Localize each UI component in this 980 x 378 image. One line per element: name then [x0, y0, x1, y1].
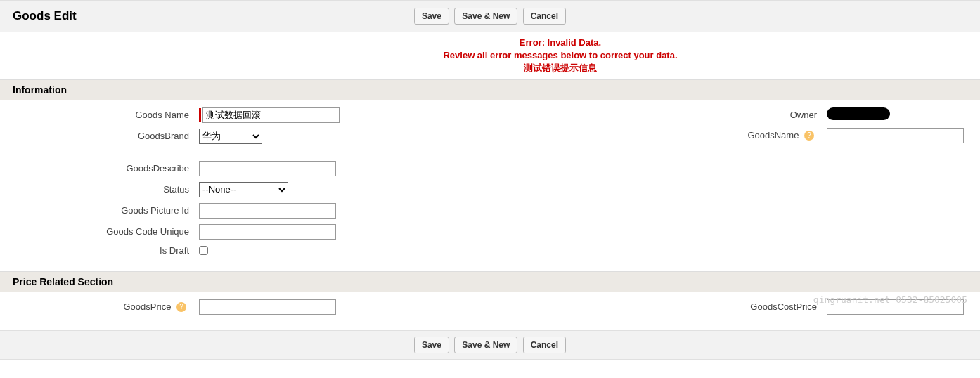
error-line-3: 测试错误提示信息 [141, 62, 980, 74]
label-is-draft: Is Draft [13, 245, 199, 256]
label-goods-picture-id: Goods Picture Id [13, 205, 199, 216]
price-section-body: GoodsPrice ? GoodsCostPrice [0, 292, 980, 330]
field-row-goods-cost-price: GoodsCostPrice [490, 299, 967, 315]
field-row-owner: Owner [490, 107, 967, 122]
label-goods-code-unique: Goods Code Unique [13, 226, 199, 237]
label-goods-name-right: GoodsName ? [490, 130, 827, 141]
field-row-is-draft: Is Draft [13, 245, 490, 256]
input-goods-price[interactable] [199, 299, 336, 315]
information-section-body: Goods Name GoodsBrand 华为 GoodsDescribe S… [0, 100, 980, 271]
save-new-button-bottom[interactable]: Save & New [454, 337, 517, 353]
section-header-information: Information [0, 79, 980, 100]
label-goods-name: Goods Name [13, 110, 199, 120]
field-row-goods-price: GoodsPrice ? [13, 299, 490, 315]
right-column: Owner GoodsName ? [490, 107, 967, 261]
input-goods-picture-id[interactable] [199, 203, 336, 219]
left-column: Goods Name GoodsBrand 华为 GoodsDescribe S… [13, 107, 490, 261]
error-line-1: Error: Invalid Data. [141, 37, 980, 49]
required-indicator [199, 108, 201, 122]
field-row-goods-brand: GoodsBrand 华为 [13, 129, 490, 144]
price-left-column: GoodsPrice ? [13, 299, 490, 320]
cancel-button[interactable]: Cancel [523, 8, 566, 25]
save-button-bottom[interactable]: Save [414, 337, 449, 353]
price-right-column: GoodsCostPrice [490, 299, 967, 320]
save-new-button[interactable]: Save & New [454, 8, 517, 25]
error-line-2: Review all error messages below to corre… [141, 49, 980, 62]
label-status: Status [13, 184, 199, 195]
input-goods-name-right[interactable] [827, 128, 964, 143]
label-goods-price: GoodsPrice ? [13, 301, 199, 313]
section-header-price: Price Related Section [0, 271, 980, 292]
input-goods-cost-price[interactable] [827, 299, 964, 315]
select-goods-brand[interactable]: 华为 [199, 129, 262, 144]
label-goods-describe: GoodsDescribe [13, 163, 199, 174]
label-goods-cost-price: GoodsCostPrice [490, 301, 827, 312]
field-row-goods-describe: GoodsDescribe [13, 161, 490, 176]
field-row-status: Status --None-- [13, 182, 490, 197]
field-row-goods-name: Goods Name [13, 107, 490, 123]
select-status[interactable]: --None-- [199, 182, 288, 197]
error-message-block: Error: Invalid Data. Review all error me… [0, 32, 980, 79]
input-goods-name[interactable] [202, 107, 340, 123]
label-owner: Owner [490, 110, 827, 120]
field-row-goods-picture-id: Goods Picture Id [13, 203, 490, 219]
cancel-button-bottom[interactable]: Cancel [523, 337, 566, 353]
help-icon[interactable]: ? [804, 131, 814, 141]
header-bar: Goods Edit Save Save & New Cancel [0, 0, 980, 32]
field-row-goods-code-unique: Goods Code Unique [13, 224, 490, 240]
help-icon[interactable]: ? [176, 302, 186, 312]
field-row-goods-name-right: GoodsName ? [490, 128, 967, 143]
page-title: Goods Edit [13, 9, 77, 23]
top-button-row: Save Save & New Cancel [13, 8, 967, 25]
label-goods-brand: GoodsBrand [13, 131, 199, 141]
input-goods-code-unique[interactable] [199, 224, 336, 240]
bottom-button-row: Save Save & New Cancel [13, 337, 967, 353]
input-goods-describe[interactable] [199, 161, 336, 176]
owner-value-redacted [827, 107, 890, 120]
footer-bar: Save Save & New Cancel [0, 330, 980, 360]
checkbox-is-draft[interactable] [199, 246, 208, 255]
save-button[interactable]: Save [414, 8, 449, 25]
